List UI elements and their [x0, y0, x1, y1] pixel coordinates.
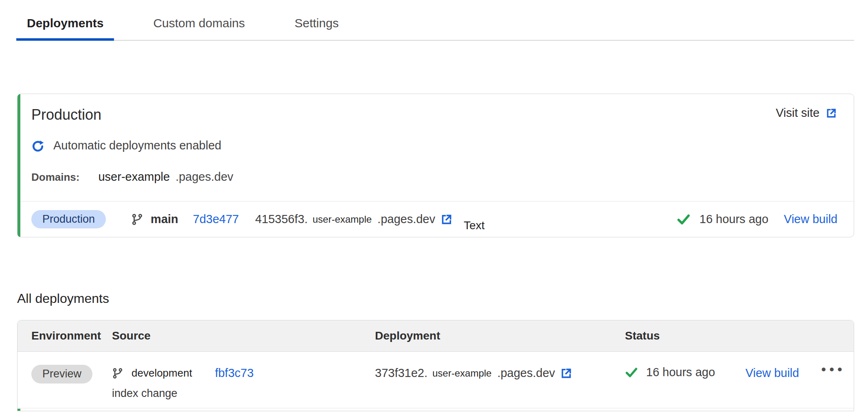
deployment-url-subdomain: user-example [432, 368, 491, 379]
commit-message: index change [112, 387, 375, 400]
source-cell: development fbf3c73 index change [112, 352, 375, 400]
production-card: Production Visit site [17, 94, 854, 237]
git-branch-icon [112, 368, 123, 379]
status-time: 16 hours ago [699, 213, 768, 226]
external-link-icon[interactable] [560, 367, 573, 380]
tab-custom-domains[interactable]: Custom domains [142, 16, 255, 40]
environment-badge-production: Production [31, 210, 106, 229]
view-build-link[interactable]: View build [745, 366, 799, 379]
production-card-body: Production Visit site [18, 94, 854, 184]
automatic-deployments-row: Automatic deployments enabled [31, 139, 837, 152]
table-row: Preview development fbf3c73 [18, 352, 854, 408]
git-branch-icon [131, 213, 143, 226]
column-header-deployment: Deployment [375, 329, 625, 342]
all-deployments-table: Environment Source Deployment Status Pre… [17, 320, 854, 411]
table-header-row: Environment Source Deployment Status [18, 320, 854, 352]
deployment-url: 415356f3. user-example .pages.dev [255, 213, 453, 226]
visit-site-label: Visit site [776, 106, 820, 120]
production-status-bar [18, 94, 20, 237]
view-build-cell: View build [745, 352, 821, 380]
refresh-icon [31, 139, 44, 152]
deployment-url-subdomain: user-example [313, 214, 372, 225]
commit-sha-link[interactable]: fbf3c73 [215, 366, 254, 380]
success-check-icon [625, 366, 638, 379]
environment-badge-preview: Preview [31, 365, 92, 384]
all-deployments-heading: All deployments [17, 291, 854, 306]
automatic-deployments-text: Automatic deployments enabled [53, 139, 221, 152]
external-link-icon[interactable] [440, 213, 453, 226]
domain-suffix: .pages.dev [175, 170, 233, 184]
deployment-status: 16 hours ago [677, 213, 768, 226]
domains-label: Domains: [31, 171, 79, 184]
deployment-url-suffix: .pages.dev [377, 213, 435, 226]
commit-sha-link[interactable]: 7d3e477 [193, 213, 239, 226]
next-deployment-row-partial [18, 408, 854, 411]
more-options-button[interactable]: ••• [821, 352, 850, 376]
production-title: Production [31, 106, 101, 123]
column-header-status: Status [625, 329, 745, 342]
source-branch-group: main [131, 213, 178, 226]
production-deployment-row: Production main 7d3e477 415356f3. user-e… [18, 201, 854, 237]
deployment-cell: 373f31e2. user-example .pages.dev [375, 352, 625, 380]
tab-deployments[interactable]: Deployments [16, 16, 114, 40]
tab-settings[interactable]: Settings [284, 16, 349, 40]
deployments-page: Deployments Custom domains Settings Prod… [0, 0, 868, 412]
status-time: 16 hours ago [646, 366, 715, 379]
text-annotation: Text [464, 219, 484, 232]
tab-bar: Deployments Custom domains Settings [16, 0, 854, 41]
column-header-source: Source [112, 329, 375, 342]
deployment-url: 373f31e2. user-example .pages.dev [375, 366, 625, 380]
visit-site-link[interactable]: Visit site [776, 106, 837, 120]
external-link-icon [825, 107, 837, 119]
production-status-bar [18, 409, 20, 411]
branch-name: development [132, 367, 192, 379]
source-branch-group: development fbf3c73 [112, 366, 375, 380]
status-cell: 16 hours ago [625, 352, 745, 379]
deployment-url-prefix: 415356f3. [255, 213, 308, 226]
domains-row: Domains: user-example .pages.dev [31, 170, 837, 184]
success-check-icon [677, 213, 690, 226]
environment-cell: Preview [31, 352, 112, 384]
domain-subdomain: user-example [98, 170, 170, 184]
deployment-url-prefix: 373f31e2. [375, 366, 427, 380]
production-card-header: Production Visit site [31, 106, 837, 123]
deployment-url-suffix: .pages.dev [497, 366, 555, 380]
column-header-environment: Environment [31, 329, 112, 342]
branch-name: main [151, 213, 178, 226]
view-build-link[interactable]: View build [784, 213, 837, 226]
